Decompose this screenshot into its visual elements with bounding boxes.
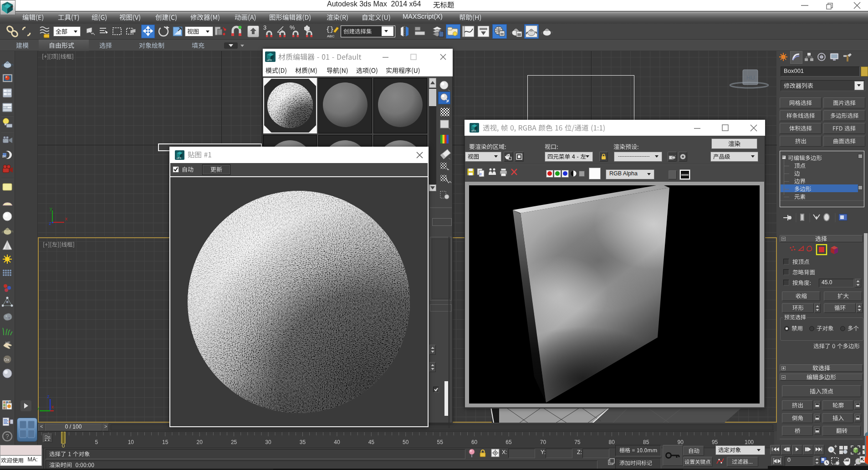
svg-text:z: z	[47, 393, 50, 399]
svg-text:y: y	[50, 206, 52, 211]
svg-text:3: 3	[263, 25, 266, 31]
svg-text:{}: {}	[326, 26, 334, 33]
svg-text:HF: HF	[5, 341, 10, 345]
svg-text:HU: HU	[746, 74, 755, 81]
svg-text:nFX: nFX	[267, 59, 272, 61]
svg-text:nFX: nFX	[471, 129, 476, 132]
svg-text:nFX: nFX	[177, 157, 181, 159]
svg-text:Ox: Ox	[4, 358, 10, 362]
svg-text:x: x	[65, 216, 68, 221]
svg-text:%: %	[290, 25, 295, 31]
svg-text:e: e	[480, 172, 482, 176]
svg-text:z: z	[49, 220, 51, 226]
svg-text:?: ?	[5, 433, 9, 440]
svg-text:8K: 8K	[2, 155, 6, 158]
svg-text:x: x	[51, 404, 54, 409]
svg-text:ABC: ABC	[327, 34, 335, 38]
